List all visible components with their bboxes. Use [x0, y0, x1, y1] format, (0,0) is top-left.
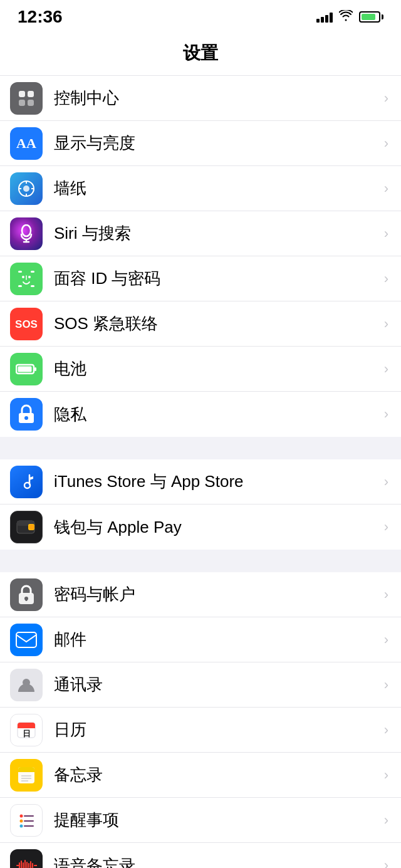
page-title-bar: 设置	[0, 34, 401, 76]
svg-rect-2	[19, 100, 25, 106]
row-wallpaper[interactable]: 墙纸 ›	[0, 166, 401, 211]
chevron-mail: ›	[384, 632, 388, 648]
chevron-battery: ›	[384, 361, 388, 377]
row-siri[interactable]: Siri 与搜索 ›	[0, 211, 401, 256]
status-bar: 12:36	[0, 0, 401, 34]
row-calendar[interactable]: 日 日历 ›	[0, 708, 401, 753]
section-1: 控制中心 › AA 显示与亮度 ›	[0, 76, 401, 437]
battery-label: 电池	[54, 358, 379, 380]
page-title: 设置	[0, 41, 401, 65]
row-display[interactable]: AA 显示与亮度 ›	[0, 121, 401, 166]
chevron-wallpaper: ›	[384, 180, 388, 197]
row-reminders[interactable]: 提醒事项 ›	[0, 798, 401, 843]
row-itunes[interactable]: iTunes Store 与 App Store ›	[0, 459, 401, 505]
passwords-icon	[10, 578, 43, 611]
svg-rect-36	[16, 632, 36, 647]
svg-point-49	[20, 819, 23, 822]
section-gap-1	[0, 437, 401, 459]
chevron-sos: ›	[384, 316, 388, 332]
display-label: 显示与亮度	[54, 132, 379, 154]
battery-icon	[359, 11, 383, 23]
voice-memos-label: 语音备忘录	[54, 855, 379, 869]
svg-rect-24	[34, 367, 36, 371]
svg-point-50	[20, 824, 23, 827]
status-icons	[316, 10, 383, 24]
signal-icon	[316, 11, 333, 23]
status-time: 12:36	[18, 7, 63, 27]
row-passwords[interactable]: 密码与帐户 ›	[0, 572, 401, 617]
chevron-control-center: ›	[384, 90, 388, 107]
chevron-notes: ›	[384, 767, 388, 783]
privacy-label: 隐私	[54, 404, 379, 426]
svg-rect-0	[19, 91, 25, 97]
mail-label: 邮件	[54, 629, 379, 651]
chevron-contacts: ›	[384, 677, 388, 693]
passwords-label: 密码与帐户	[54, 583, 379, 605]
svg-point-19	[28, 276, 31, 278]
chevron-itunes: ›	[384, 474, 388, 490]
chevron-calendar: ›	[384, 722, 388, 738]
control-center-icon	[10, 82, 43, 115]
row-sos[interactable]: SOS SOS 紧急联络 ›	[0, 301, 401, 347]
row-control-center[interactable]: 控制中心 ›	[0, 76, 401, 121]
sos-icon: SOS	[10, 308, 43, 340]
calendar-icon: 日	[10, 714, 43, 746]
reminders-label: 提醒事项	[54, 809, 379, 831]
mail-icon	[10, 624, 43, 656]
battery-row-icon	[10, 353, 43, 385]
chevron-siri: ›	[384, 226, 388, 242]
svg-rect-3	[28, 100, 34, 106]
faceid-icon	[10, 263, 43, 295]
wallpaper-label: 墙纸	[54, 177, 379, 199]
svg-rect-17	[31, 285, 34, 287]
notes-label: 备忘录	[54, 764, 379, 786]
chevron-reminders: ›	[384, 812, 388, 829]
row-faceid[interactable]: 面容 ID 与密码 ›	[0, 256, 401, 301]
chevron-passwords: ›	[384, 587, 388, 603]
svg-rect-16	[18, 285, 22, 287]
itunes-icon	[10, 466, 43, 498]
section-2: iTunes Store 与 App Store › 钱包与 Apple Pay…	[0, 459, 401, 550]
chevron-faceid: ›	[384, 271, 388, 287]
chevron-privacy: ›	[384, 406, 388, 422]
svg-rect-44	[18, 770, 34, 772]
display-icon: AA	[10, 127, 43, 160]
svg-point-11	[22, 225, 31, 236]
row-notes[interactable]: 备忘录 ›	[0, 753, 401, 798]
contacts-icon	[10, 669, 43, 701]
svg-point-27	[24, 483, 30, 488]
sos-label: SOS 紧急联络	[54, 313, 379, 335]
row-privacy[interactable]: 隐私 ›	[0, 392, 401, 437]
contacts-label: 通讯录	[54, 674, 379, 696]
settings-content: 控制中心 › AA 显示与亮度 ›	[0, 76, 401, 868]
notes-icon	[10, 759, 43, 792]
chevron-wallet: ›	[384, 519, 388, 535]
svg-point-6	[23, 186, 29, 192]
svg-rect-40	[18, 726, 35, 728]
row-contacts[interactable]: 通讯录 ›	[0, 662, 401, 708]
row-wallet[interactable]: 钱包与 Apple Pay ›	[0, 505, 401, 550]
svg-point-48	[20, 814, 23, 817]
row-voice-memos[interactable]: 语音备忘录 ›	[0, 843, 401, 868]
row-battery[interactable]: 电池 ›	[0, 347, 401, 392]
section-gap-2	[0, 550, 401, 572]
wallet-icon	[10, 511, 43, 543]
privacy-icon	[10, 398, 43, 431]
row-mail[interactable]: 邮件 ›	[0, 617, 401, 662]
svg-point-32	[29, 525, 34, 530]
svg-point-18	[22, 276, 24, 278]
svg-text:AA: AA	[16, 135, 36, 150]
svg-rect-23	[18, 366, 32, 372]
reminders-icon	[10, 804, 43, 837]
control-center-label: 控制中心	[54, 87, 379, 109]
wallpaper-icon	[10, 172, 43, 205]
svg-text:日: 日	[23, 729, 31, 738]
wifi-icon	[339, 10, 353, 24]
svg-rect-14	[18, 271, 22, 273]
faceid-label: 面容 ID 与密码	[54, 268, 379, 290]
calendar-label: 日历	[54, 719, 379, 741]
siri-label: Siri 与搜索	[54, 222, 379, 244]
itunes-label: iTunes Store 与 App Store	[54, 471, 379, 493]
chevron-display: ›	[384, 135, 388, 152]
siri-icon	[10, 217, 43, 250]
